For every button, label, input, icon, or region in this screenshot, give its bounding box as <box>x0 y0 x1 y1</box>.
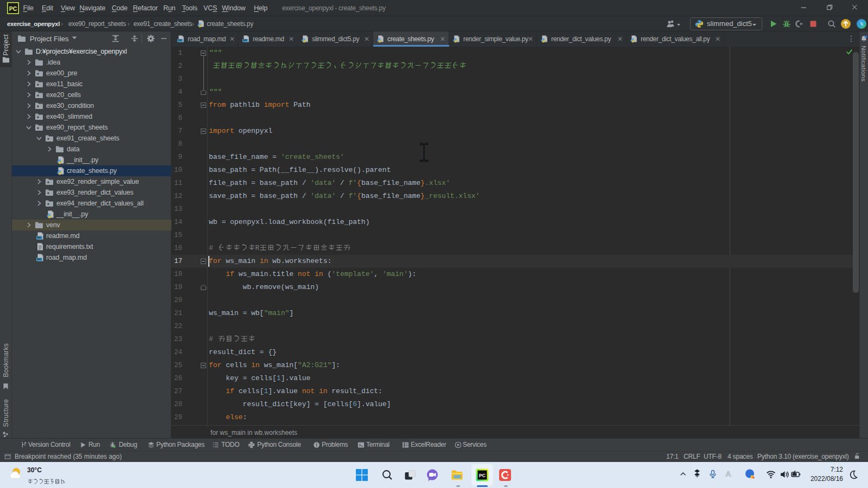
svg-text:PC: PC <box>9 6 17 12</box>
svg-text:PC: PC <box>479 473 486 478</box>
svg-text:MD: MD <box>37 236 41 239</box>
svg-text:MD: MD <box>243 38 247 42</box>
svg-text:MD: MD <box>178 38 182 42</box>
svg-text:MD: MD <box>37 258 41 261</box>
